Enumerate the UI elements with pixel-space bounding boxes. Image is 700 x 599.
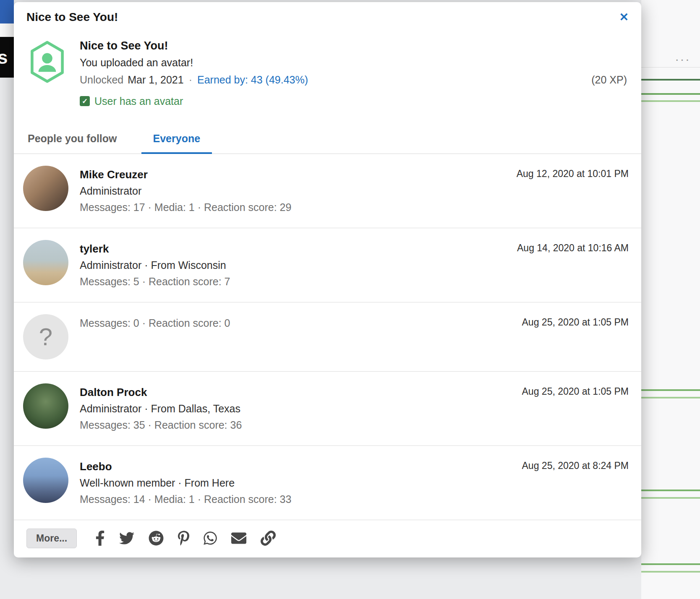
user-name-link[interactable]: Leebo (80, 458, 291, 475)
reddit-icon[interactable] (149, 531, 164, 546)
user-meta: Administrator · From Wisconsin (80, 257, 230, 274)
earned-date: Aug 25, 2020 at 1:05 PM (514, 314, 629, 328)
modal-header: Nice to See You! ✕ (14, 2, 641, 30)
user-row: tylerk Administrator · From Wisconsin Me… (14, 228, 641, 302)
avatar[interactable] (23, 458, 68, 503)
page-behind-green-line (641, 397, 700, 398)
separator-dot: · (189, 71, 192, 89)
unlocked-date: Mar 1, 2021 (128, 71, 183, 89)
user-name-link[interactable]: tylerk (80, 241, 230, 257)
avatar[interactable] (23, 240, 68, 285)
user-name-link[interactable]: Dalton Prock (80, 384, 242, 401)
trophy-badge-icon (27, 38, 67, 107)
earned-by-link[interactable]: Earned by: 43 (49.43%) (197, 71, 308, 89)
trophy-unlock-row: Unlocked Mar 1, 2021 · Earned by: 43 (49… (80, 71, 627, 89)
share-bar: More... (14, 520, 641, 557)
trophy-description: You uploaded an avatar! (80, 54, 627, 71)
twitter-icon[interactable] (119, 531, 134, 546)
unlocked-label: Unlocked (80, 71, 123, 89)
page-behind-gap (0, 23, 14, 37)
user-meta: Administrator · From Dallas, Texas (80, 401, 242, 417)
trophy-name: Nice to See You! (80, 38, 627, 54)
earned-by-tabs: People you follow Everyone (14, 128, 641, 154)
earned-date: Aug 25, 2020 at 1:05 PM (514, 383, 629, 397)
page-behind-green-line (641, 497, 700, 499)
user-stats: Messages: 14 · Media: 1 · Reaction score… (80, 491, 291, 508)
user-meta: Well-known member · From Here (80, 475, 291, 492)
modal-title: Nice to See You! (26, 10, 118, 24)
avatar[interactable] (23, 166, 68, 211)
email-icon[interactable] (231, 531, 246, 546)
tab-people-you-follow[interactable]: People you follow (28, 128, 129, 154)
avatar[interactable] (23, 383, 68, 429)
page-behind-text-fragment: s (0, 47, 8, 68)
facebook-icon[interactable] (95, 531, 105, 546)
criteria-label: User has an avatar (94, 95, 183, 107)
page-behind-header (0, 0, 14, 23)
earned-date: Aug 12, 2020 at 10:01 PM (508, 166, 629, 180)
tab-everyone[interactable]: Everyone (141, 128, 212, 154)
page-behind-dark-block: s (0, 37, 14, 78)
page-behind-green-line (641, 490, 700, 491)
user-row: Mike Creuzer Administrator Messages: 17 … (14, 154, 641, 228)
user-row: Leebo Well-known member · From Here Mess… (14, 446, 641, 520)
avatar-placeholder: ? (23, 314, 68, 359)
more-options-button[interactable]: More... (26, 529, 77, 548)
page-behind-ellipsis: ... (675, 49, 691, 64)
user-row: ? Messages: 0 · Reaction score: 0 Aug 25… (14, 302, 641, 372)
close-icon[interactable]: ✕ (619, 12, 629, 23)
earned-date: Aug 14, 2020 at 10:16 AM (509, 240, 629, 254)
page-behind-divider (641, 67, 700, 68)
page-behind-green-line (641, 571, 700, 573)
user-stats: Messages: 17 · Media: 1 · Reaction score… (80, 199, 291, 216)
pinterest-icon[interactable] (178, 531, 189, 546)
page-behind-right-strip: ... (641, 0, 700, 599)
user-row: Dalton Prock Administrator · From Dallas… (14, 372, 641, 446)
user-stats: Messages: 35 · Reaction score: 36 (80, 417, 242, 434)
user-meta: Administrator (80, 183, 291, 200)
page-behind-green-line (641, 79, 700, 81)
link-icon[interactable] (261, 531, 276, 546)
whatsapp-icon[interactable] (204, 531, 217, 546)
trophy-modal: Nice to See You! ✕ Nice to See You! You … (14, 2, 641, 557)
trophy-summary: Nice to See You! You uploaded an avatar!… (14, 30, 641, 107)
criteria-check-icon (80, 96, 90, 106)
page-behind-green-line (641, 100, 700, 102)
trophy-xp: (20 XP) (591, 71, 627, 89)
user-name-link[interactable]: Mike Creuzer (80, 167, 291, 183)
user-stats: Messages: 0 · Reaction score: 0 (80, 315, 230, 332)
trophy-criteria: User has an avatar (80, 95, 627, 107)
page-behind-green-line (641, 389, 700, 391)
page-behind-green-line (641, 93, 700, 95)
page-behind-green-line (641, 563, 700, 565)
earned-date: Aug 25, 2020 at 8:24 PM (514, 458, 629, 471)
user-stats: Messages: 5 · Reaction score: 7 (80, 273, 230, 290)
